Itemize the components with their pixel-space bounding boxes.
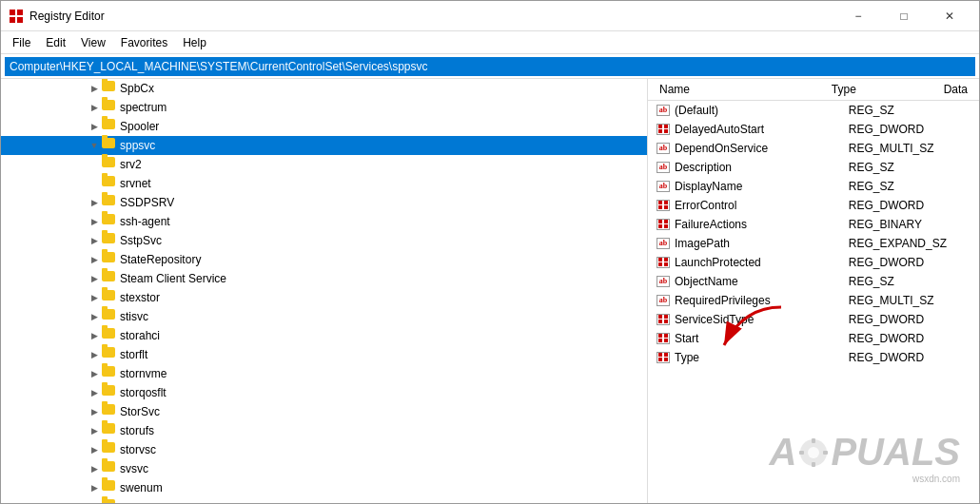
- close-button[interactable]: ✕: [928, 7, 971, 26]
- expander-icon: ▶: [87, 81, 102, 96]
- tree-item-steam-client-service[interactable]: ▶ Steam Client Service: [1, 269, 647, 288]
- folder-icon: [102, 195, 117, 210]
- reg-name: RequiredPrivileges: [675, 294, 849, 307]
- tree-item-spooler[interactable]: ▶ Spooler: [1, 117, 647, 136]
- tree-item-staterepository[interactable]: ▶ StateRepository: [1, 250, 647, 269]
- registry-rows[interactable]: ab (Default) REG_SZ DelayedAutoStart REG…: [648, 101, 979, 503]
- reg-name: FailureActions: [675, 218, 849, 231]
- folder-icon: [102, 233, 117, 248]
- reg-row-requiredprivileges[interactable]: ab RequiredPrivileges REG_MULTI_SZ: [648, 291, 979, 310]
- reg-type: REG_DWORD: [849, 351, 971, 364]
- tree-item-storahci[interactable]: ▶ storahci: [1, 326, 647, 345]
- expander-icon: ▶: [87, 423, 102, 438]
- tree-label: StateRepository: [120, 253, 201, 266]
- address-input[interactable]: [5, 57, 975, 76]
- tree-label: SpbCx: [120, 82, 154, 95]
- tree-item-storqosflt[interactable]: ▶ storqosflt: [1, 383, 647, 402]
- reg-icon-dword: [656, 122, 671, 137]
- reg-icon-ab: ab: [656, 103, 671, 118]
- reg-type: REG_DWORD: [849, 332, 971, 345]
- svg-rect-2: [10, 17, 15, 23]
- reg-row-delayedautostart[interactable]: DelayedAutoStart REG_DWORD: [648, 120, 979, 139]
- menu-edit[interactable]: Edit: [38, 34, 73, 51]
- menu-bar: File Edit View Favorites Help: [1, 31, 979, 54]
- folder-icon: [102, 404, 117, 419]
- tree-item-storflt[interactable]: ▶ storflt: [1, 345, 647, 364]
- tree-item-srvnet[interactable]: ▶ srvnet: [1, 174, 647, 193]
- folder-icon: [102, 366, 117, 381]
- expander-icon: ▶: [87, 328, 102, 343]
- reg-icon-ab: ab: [656, 160, 671, 175]
- reg-type: REG_MULTI_SZ: [849, 294, 971, 307]
- reg-row-servicesidtype[interactable]: ServiceSidType REG_DWORD: [648, 310, 979, 329]
- tree-label: storflt: [120, 348, 147, 361]
- reg-row-launchprotected[interactable]: LaunchProtected REG_DWORD: [648, 253, 979, 272]
- tree-label: svsvc: [120, 462, 148, 475]
- reg-name: ErrorControl: [675, 199, 849, 212]
- tree-item-storvsc[interactable]: ▶ storvsc: [1, 440, 647, 459]
- reg-name: Description: [675, 161, 849, 174]
- tree-scroll[interactable]: ▶ SpbCx ▶ spectrum ▶ Spooler: [1, 79, 647, 503]
- folder-icon: [102, 176, 117, 191]
- reg-row-objectname[interactable]: ab ObjectName REG_SZ: [648, 272, 979, 291]
- maximize-button[interactable]: □: [882, 7, 926, 26]
- reg-row-failureactions[interactable]: FailureActions REG_BINARY: [648, 215, 979, 234]
- reg-type: REG_DWORD: [849, 256, 971, 269]
- tree-item-stisvc[interactable]: ▶ stisvc: [1, 307, 647, 326]
- minimize-button[interactable]: −: [836, 7, 880, 26]
- reg-icon-dword: [656, 331, 671, 346]
- tree-item-swprv[interactable]: ▶ swprv: [1, 497, 647, 503]
- content-area: ▶ SpbCx ▶ spectrum ▶ Spooler: [1, 79, 979, 503]
- tree-label: sppsvc: [120, 139, 155, 152]
- reg-name: ServiceSidType: [675, 313, 849, 326]
- reg-row-imagepath[interactable]: ab ImagePath REG_EXPAND_SZ: [648, 234, 979, 253]
- tree-item-ssh-agent[interactable]: ▶ ssh-agent: [1, 212, 647, 231]
- tree-item-storsvc[interactable]: ▶ StorSvc: [1, 402, 647, 421]
- reg-name: (Default): [675, 104, 849, 117]
- reg-name: DependOnService: [675, 142, 849, 155]
- tree-item-srv2[interactable]: ▶ srv2: [1, 155, 647, 174]
- menu-view[interactable]: View: [73, 34, 113, 51]
- app-icon: [9, 9, 24, 24]
- reg-row-dependonservice[interactable]: ab DependOnService REG_MULTI_SZ: [648, 139, 979, 158]
- reg-row-type[interactable]: Type REG_DWORD: [648, 348, 979, 367]
- folder-icon: [102, 423, 117, 438]
- tree-item-spectrum[interactable]: ▶ spectrum: [1, 98, 647, 117]
- reg-row-displayname[interactable]: ab DisplayName REG_SZ: [648, 177, 979, 196]
- reg-row-errorcontrol[interactable]: ErrorControl REG_DWORD: [648, 196, 979, 215]
- tree-label: srv2: [120, 158, 142, 171]
- reg-row-default[interactable]: ab (Default) REG_SZ: [648, 101, 979, 120]
- tree-item-storufs[interactable]: ▶ storufs: [1, 421, 647, 440]
- tree-item-ssdpsrv[interactable]: ▶ SSDPSRV: [1, 193, 647, 212]
- reg-icon-dword: [656, 217, 671, 232]
- tree-label: SstpSvc: [120, 234, 162, 247]
- menu-help[interactable]: Help: [175, 34, 214, 51]
- menu-file[interactable]: File: [5, 34, 38, 51]
- reg-type: REG_SZ: [849, 275, 971, 288]
- expander-icon: ▶: [87, 461, 102, 476]
- expander-icon: ▶: [87, 100, 102, 115]
- tree-item-sstpsvc[interactable]: ▶ SstpSvc: [1, 231, 647, 250]
- tree-label: storqosflt: [120, 386, 167, 399]
- reg-name: Type: [675, 351, 849, 364]
- reg-row-start[interactable]: Start REG_DWORD: [648, 329, 979, 348]
- reg-type: REG_MULTI_SZ: [849, 142, 971, 155]
- tree-item-swenum[interactable]: ▶ swenum: [1, 478, 647, 497]
- reg-name: ObjectName: [675, 275, 849, 288]
- tree-item-stexstor[interactable]: ▶ stexstor: [1, 288, 647, 307]
- reg-type: REG_SZ: [849, 180, 971, 193]
- reg-row-description[interactable]: ab Description REG_SZ: [648, 158, 979, 177]
- tree-item-sppsvc[interactable]: ▼ sppsvc: [1, 136, 647, 155]
- tree-item-spbcx[interactable]: ▶ SpbCx: [1, 79, 647, 98]
- col-header-type: Type: [828, 81, 940, 98]
- svg-rect-3: [17, 17, 23, 23]
- svg-rect-1: [17, 10, 23, 15]
- tree-item-svsvc[interactable]: ▶ svsvc: [1, 459, 647, 478]
- reg-type: REG_SZ: [849, 104, 971, 117]
- expander-icon: ▶: [87, 309, 102, 324]
- tree-label: swenum: [120, 481, 163, 494]
- column-headers: Name Type Data: [648, 79, 979, 101]
- menu-favorites[interactable]: Favorites: [113, 34, 175, 51]
- tree-label: stisvc: [120, 310, 148, 323]
- tree-item-stornvme[interactable]: ▶ stornvme: [1, 364, 647, 383]
